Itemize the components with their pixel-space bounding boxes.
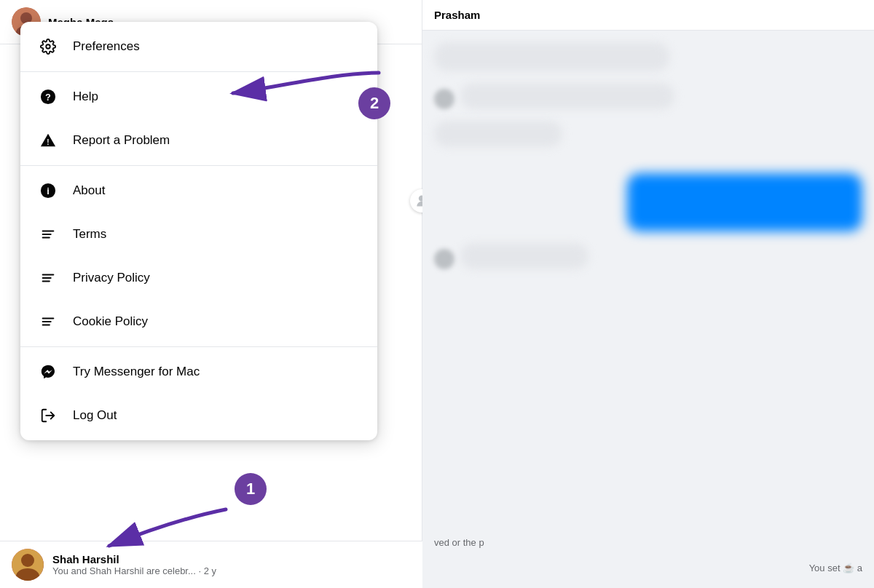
svg-point-3 (46, 44, 50, 49)
msg-row-2 (434, 83, 862, 109)
menu-item-terms[interactable]: Terms (20, 212, 377, 256)
preferences-label: Preferences (73, 39, 140, 54)
divider-2 (20, 165, 377, 166)
chat-contact-name: Prasham (434, 9, 480, 21)
chat-footer-2: You set ☕ a (422, 555, 874, 588)
messenger-label: Try Messenger for Mac (73, 365, 200, 379)
logout-icon (35, 402, 61, 429)
main-content: Prasham ved or the p You set ☕ a (422, 0, 874, 588)
chat-footer: ved or the p (422, 530, 874, 555)
msg-bubble-4 (460, 243, 588, 269)
warning-icon: ! (35, 127, 61, 154)
privacy-icon (35, 265, 61, 291)
svg-text:?: ? (45, 92, 51, 103)
msg-avatar-1 (434, 89, 454, 109)
msg-bubble-3 (434, 121, 562, 147)
menu-item-report[interactable]: ! Report a Problem (20, 119, 377, 162)
cookie-icon (35, 309, 61, 335)
msg-bubble-right (627, 173, 862, 231)
msg-right-row (434, 173, 862, 231)
terms-label: Terms (73, 227, 106, 242)
privacy-label: Privacy Policy (73, 271, 150, 285)
bottom-user-avatar (12, 549, 44, 581)
terms-icon (35, 221, 61, 247)
menu-item-preferences[interactable]: Preferences (20, 25, 377, 68)
cookie-label: Cookie Policy (73, 314, 148, 329)
msg-avatar-2 (434, 249, 454, 269)
msg-bubble-2 (460, 83, 674, 109)
app-container: Megha Megs Preferences (0, 0, 874, 588)
bottom-user-info: Shah Harshil You and Shah Harshil are ce… (52, 553, 216, 576)
bottom-user-subtitle: You and Shah Harshil are celebr... · 2 y (52, 565, 216, 576)
svg-text:!: ! (47, 138, 49, 146)
footer-text: ved or the p (434, 537, 484, 548)
menu-item-about[interactable]: i About (20, 169, 377, 212)
question-icon: ? (35, 84, 61, 110)
divider-1 (20, 71, 377, 72)
logout-label: Log Out (73, 408, 117, 423)
msg-row-bottom (434, 243, 862, 269)
menu-item-privacy[interactable]: Privacy Policy (20, 256, 377, 300)
bottom-user-name: Shah Harshil (52, 553, 216, 565)
bottom-user-row[interactable]: Shah Harshil You and Shah Harshil are ce… (0, 541, 422, 588)
svg-text:i: i (47, 186, 50, 196)
info-icon: i (35, 178, 61, 204)
footer-text-2: You set ☕ a (809, 563, 862, 573)
dropdown-menu: Preferences ? Help ! (20, 22, 377, 440)
badge-2: 2 (358, 87, 390, 119)
menu-item-messenger[interactable]: Try Messenger for Mac (20, 350, 377, 394)
report-label: Report a Problem (73, 133, 170, 148)
svg-point-20 (21, 554, 34, 567)
gear-icon (35, 33, 61, 60)
menu-item-help[interactable]: ? Help (20, 75, 377, 119)
help-label: Help (73, 90, 98, 104)
divider-3 (20, 346, 377, 347)
msg-bubble-1 (434, 42, 669, 71)
menu-item-logout[interactable]: Log Out (20, 394, 377, 437)
sidebar: Megha Megs Preferences (0, 0, 422, 588)
about-label: About (73, 183, 105, 198)
chat-body (422, 31, 874, 530)
messenger-icon (35, 359, 61, 385)
menu-item-cookie[interactable]: Cookie Policy (20, 300, 377, 343)
chat-header: Prasham (422, 0, 874, 31)
badge-1: 1 (235, 473, 267, 505)
